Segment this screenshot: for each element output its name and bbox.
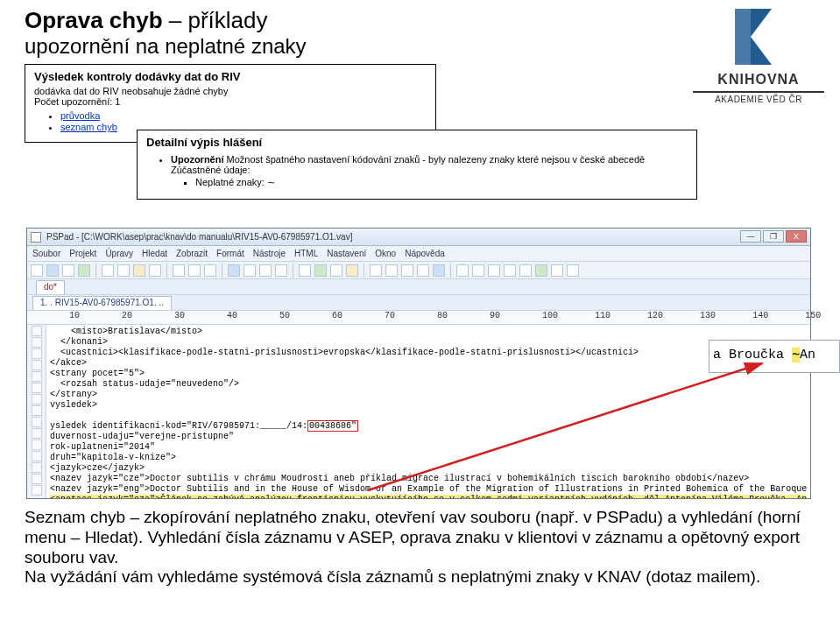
toolbar-button[interactable]	[488, 264, 500, 277]
toolbar-button[interactable]	[31, 264, 43, 277]
toolbar-button[interactable]	[299, 264, 311, 277]
detail-text: Možnost špatného nastavení kódování znak…	[224, 154, 646, 165]
result-line2: Počet upozornění: 1	[34, 96, 427, 107]
toolbar-button[interactable]	[173, 264, 185, 277]
detail-item: Upozornění Možnost špatného nastavení kó…	[171, 154, 688, 188]
toolbar-button[interactable]	[504, 264, 516, 277]
toolbar-button[interactable]	[204, 264, 216, 277]
toolbar-button[interactable]	[433, 264, 445, 277]
toolbar-button[interactable]	[401, 264, 413, 277]
ruler: 10 20 30 40 50 60 70 80 90 100 110 120 1…	[27, 311, 810, 325]
menu-okno[interactable]: Okno	[375, 249, 396, 258]
detail-heading: Detailní výpis hlášení	[146, 136, 688, 149]
title-sep: –	[163, 7, 188, 33]
clip-post: An	[800, 348, 815, 362]
window-title: PSPad - [C:\WORK\asep\prac\knav\do manua…	[46, 232, 352, 242]
title-sub: příklady	[187, 7, 267, 33]
menu-format[interactable]: Formát	[216, 249, 244, 258]
doc-tab[interactable]: do*	[36, 280, 65, 294]
toolbar-button[interactable]	[519, 264, 532, 277]
toolbar-button[interactable]	[188, 264, 201, 277]
toolbar-button[interactable]	[117, 264, 130, 277]
window-min-button[interactable]: —	[740, 230, 761, 243]
menu-soubor[interactable]: Soubor	[32, 249, 60, 258]
logo-subtext: AKADEMIE VĚD ČR	[693, 95, 824, 104]
bottom-paragraph: Seznam chyb – zkopírování neplatného zna…	[25, 508, 813, 587]
toolbar-button[interactable]	[78, 264, 90, 277]
toolbar-button[interactable]	[567, 264, 579, 277]
clip-panel: a Broučka ∼An	[709, 340, 840, 373]
result-link-pruvodka[interactable]: průvodka	[60, 110, 100, 121]
toolbar-button[interactable]	[244, 264, 256, 277]
result-heading: Výsledek kontroly dodávky dat do RIV	[34, 70, 427, 83]
result-link-seznam[interactable]: seznam chyb	[60, 122, 117, 132]
toolbar-button[interactable]	[456, 264, 469, 277]
detail-box: Detailní výpis hlášení Upozornění Možnos…	[137, 130, 697, 200]
gutter	[27, 325, 46, 498]
menu-nastroje[interactable]: Nástroje	[253, 249, 286, 258]
toolbar-button[interactable]	[417, 264, 429, 277]
toolbar-button[interactable]	[314, 264, 327, 277]
toolbar-button[interactable]	[62, 264, 74, 277]
menu-napoveda[interactable]: Nápověda	[405, 249, 445, 258]
menu-html[interactable]: HTML	[294, 249, 318, 258]
logo-text: KNIHOVNA	[693, 72, 824, 88]
toolbar-button[interactable]	[275, 264, 287, 277]
toolbar-button[interactable]	[385, 264, 398, 277]
file-tab[interactable]: 1. . RIV15-AV0-67985971.O1. ..	[32, 296, 172, 310]
window-close-button[interactable]: X	[786, 230, 807, 243]
app-icon	[31, 232, 41, 243]
toolbar-button[interactable]	[228, 264, 240, 277]
menu-hledat[interactable]: Hledat	[142, 249, 167, 258]
toolbar	[27, 262, 810, 279]
window-max-button[interactable]: ❐	[763, 230, 784, 243]
toolbar-button[interactable]	[102, 264, 114, 277]
menu-zobrazit[interactable]: Zobrazit	[176, 249, 208, 258]
menu-nastaveni[interactable]: Nastavení	[327, 249, 366, 258]
menu-upravy[interactable]: Úpravy	[105, 249, 133, 258]
toolbar-button[interactable]	[149, 264, 161, 277]
toolbar-button[interactable]	[330, 264, 342, 277]
toolbar-button[interactable]	[472, 264, 484, 277]
toolbar-button[interactable]	[346, 264, 358, 277]
toolbar-button[interactable]	[133, 264, 145, 277]
toolbar-button[interactable]	[46, 264, 59, 277]
detail-bold: Upozornění	[171, 154, 224, 165]
library-logo: KNIHOVNA AKADEMIE VĚD ČR	[693, 9, 824, 104]
toolbar-button[interactable]	[551, 264, 563, 277]
logo-mark	[735, 9, 782, 65]
title-main: Oprava chyb	[25, 7, 163, 33]
titlebar[interactable]: PSPad - [C:\WORK\asep\prac\knav\do manua…	[27, 229, 810, 246]
bottom-text-2: Na vyžádání vám vyhledáme systémová čísl…	[25, 567, 813, 587]
clip-highlight: ∼	[792, 348, 800, 362]
code-editor[interactable]: <misto>Bratislava</misto> </konani> <uca…	[46, 325, 810, 498]
pspad-window: PSPad - [C:\WORK\asep\prac\knav\do manua…	[26, 228, 811, 499]
toolbar-button[interactable]	[259, 264, 272, 277]
menu-projekt[interactable]: Projekt	[69, 249, 96, 258]
result-line1: dodávka dat do RIV neobsahuje žádné chyb…	[34, 86, 427, 96]
toolbar-button[interactable]	[370, 264, 382, 277]
toolbar-button[interactable]	[535, 264, 547, 277]
menubar: Soubor Projekt Úpravy Hledat Zobrazit Fo…	[27, 246, 810, 262]
clip-pre: a Broučka	[713, 348, 792, 362]
detail-invalid-char: Neplatné znaky: ∼	[195, 177, 688, 188]
detail-subhead: Zúčastněné údaje:	[171, 165, 688, 175]
bottom-text: Seznam chyb – zkopírování neplatného zna…	[25, 508, 813, 567]
